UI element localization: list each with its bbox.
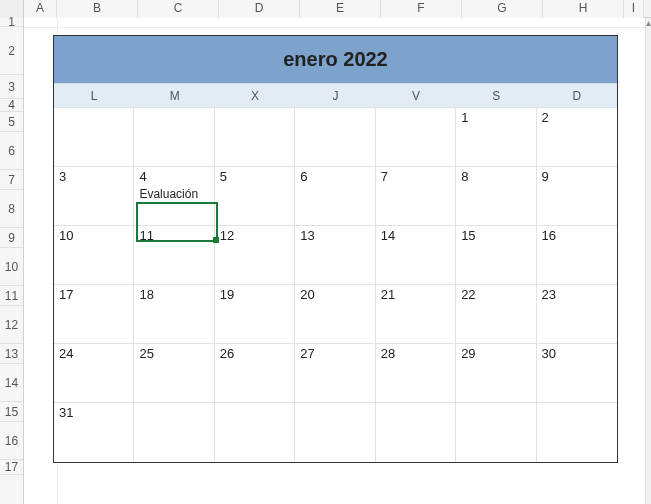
calendar-cell[interactable]: 12 [215, 226, 295, 285]
calendar-cell[interactable]: 26 [215, 344, 295, 403]
calendar-day-number: 24 [59, 346, 73, 361]
calendar-day-number: 6 [300, 169, 307, 184]
calendar-day-number: 5 [220, 169, 227, 184]
calendar-cell[interactable]: 4Evaluación [134, 167, 214, 226]
row-header-16[interactable]: 16 [0, 422, 23, 460]
calendar-cell[interactable]: 9 [537, 167, 617, 226]
calendar-day-number: 18 [139, 287, 153, 302]
column-headers: A B C D E F G H I [0, 0, 651, 18]
calendar-cell[interactable] [456, 403, 536, 462]
calendar-cell[interactable]: 17 [54, 285, 134, 344]
calendar-cell[interactable]: 21 [376, 285, 456, 344]
calendar-cell[interactable]: 13 [295, 226, 375, 285]
calendar-day-number: 14 [381, 228, 395, 243]
row-header-12[interactable]: 12 [0, 306, 23, 344]
calendar-cell[interactable]: 7 [376, 167, 456, 226]
row-header-3[interactable]: 3 [0, 75, 23, 99]
calendar-day-number: 22 [461, 287, 475, 302]
calendar-cell[interactable]: 2 [537, 108, 617, 167]
calendar-day-number: 25 [139, 346, 153, 361]
calendar-cell[interactable]: 18 [134, 285, 214, 344]
calendar-day-headers: L M X J V S D [54, 84, 617, 108]
calendar-cell[interactable]: 20 [295, 285, 375, 344]
row-header-11[interactable]: 11 [0, 286, 23, 306]
calendar-cell[interactable]: 23 [537, 285, 617, 344]
calendar-cell[interactable]: 30 [537, 344, 617, 403]
calendar-cell[interactable] [295, 403, 375, 462]
col-header-h[interactable]: H [543, 0, 624, 18]
col-header-g[interactable]: G [462, 0, 543, 18]
calendar-cell[interactable] [134, 108, 214, 167]
day-header-tue: M [134, 84, 214, 107]
row-header-5[interactable]: 5 [0, 112, 23, 132]
calendar-cell[interactable]: 22 [456, 285, 536, 344]
calendar-cell[interactable]: 24 [54, 344, 134, 403]
calendar-day-number: 31 [59, 405, 73, 420]
calendar-cell[interactable] [295, 108, 375, 167]
calendar-day-number: 1 [461, 110, 468, 125]
calendar-cell[interactable]: 14 [376, 226, 456, 285]
row-header-15[interactable]: 15 [0, 402, 23, 422]
vertical-scrollbar[interactable]: ▲ [645, 18, 651, 504]
calendar-day-number: 19 [220, 287, 234, 302]
calendar-cell[interactable] [215, 403, 295, 462]
calendar-cell[interactable]: 15 [456, 226, 536, 285]
calendar-day-number: 15 [461, 228, 475, 243]
day-header-mon: L [54, 84, 134, 107]
calendar-cell[interactable]: 31 [54, 403, 134, 462]
col-header-d[interactable]: D [219, 0, 300, 18]
calendar-cell[interactable]: 11 [134, 226, 214, 285]
calendar-cell[interactable]: 6 [295, 167, 375, 226]
row-header-4[interactable]: 4 [0, 99, 23, 112]
row-header-14[interactable]: 14 [0, 364, 23, 402]
spreadsheet: A B C D E F G H I 1 2 3 4 5 6 7 8 9 10 1… [0, 0, 651, 504]
scroll-up-icon[interactable]: ▲ [646, 18, 651, 28]
calendar-day-number: 8 [461, 169, 468, 184]
calendar-cell[interactable] [215, 108, 295, 167]
calendar-day-number: 3 [59, 169, 66, 184]
calendar-title: enero 2022 [54, 36, 617, 84]
calendar-day-number: 2 [542, 110, 549, 125]
col-header-c[interactable]: C [138, 0, 219, 18]
calendar-cell[interactable]: 27 [295, 344, 375, 403]
calendar-cell[interactable]: 29 [456, 344, 536, 403]
calendar-cell[interactable]: 19 [215, 285, 295, 344]
calendar-cell[interactable]: 8 [456, 167, 536, 226]
col-header-f[interactable]: F [381, 0, 462, 18]
row-header-7[interactable]: 7 [0, 170, 23, 190]
day-header-sat: S [456, 84, 536, 107]
calendar-cell[interactable]: 16 [537, 226, 617, 285]
row-header-2[interactable]: 2 [0, 27, 23, 75]
row-header-10[interactable]: 10 [0, 248, 23, 286]
day-header-wed: X [215, 84, 295, 107]
cell-grid[interactable]: enero 2022 L M X J V S D 1234Evaluación5… [24, 18, 651, 504]
col-header-e[interactable]: E [300, 0, 381, 18]
calendar-day-number: 23 [542, 287, 556, 302]
calendar-day-number: 30 [542, 346, 556, 361]
calendar-cell[interactable] [537, 403, 617, 462]
calendar-cell[interactable]: 28 [376, 344, 456, 403]
calendar-day-number: 17 [59, 287, 73, 302]
calendar-cell[interactable] [376, 403, 456, 462]
calendar-grid: 1234Evaluación56789101112131415161718192… [54, 108, 617, 462]
row-header-17[interactable]: 17 [0, 460, 23, 475]
calendar-cell[interactable]: 10 [54, 226, 134, 285]
calendar-note: Evaluación [139, 187, 198, 201]
col-header-b[interactable]: B [57, 0, 138, 18]
calendar-day-number: 11 [139, 228, 153, 243]
calendar-cell[interactable]: 1 [456, 108, 536, 167]
calendar-cell[interactable]: 3 [54, 167, 134, 226]
row-header-6[interactable]: 6 [0, 132, 23, 170]
calendar-cell[interactable] [376, 108, 456, 167]
row-header-8[interactable]: 8 [0, 190, 23, 228]
row-header-13[interactable]: 13 [0, 344, 23, 364]
calendar-cell[interactable] [54, 108, 134, 167]
calendar-day-number: 9 [542, 169, 549, 184]
row-header-1[interactable]: 1 [0, 18, 23, 27]
calendar-cell[interactable]: 5 [215, 167, 295, 226]
col-header-i[interactable]: I [624, 0, 644, 18]
row-header-9[interactable]: 9 [0, 228, 23, 248]
calendar-cell[interactable] [134, 403, 214, 462]
col-header-a[interactable]: A [24, 0, 57, 18]
calendar-cell[interactable]: 25 [134, 344, 214, 403]
